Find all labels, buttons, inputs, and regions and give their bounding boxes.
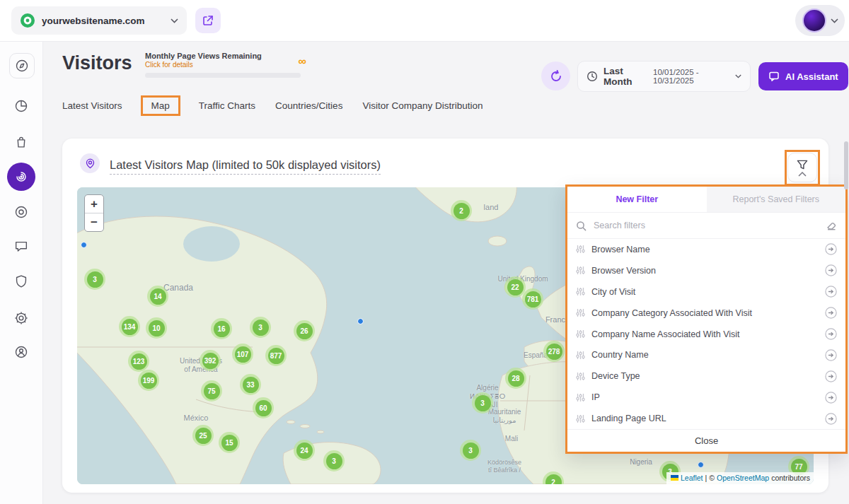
filter-item-label: Company Name Associated With Visit: [591, 329, 819, 339]
cluster-count: 278: [546, 344, 562, 360]
cluster-marker[interactable]: 14: [147, 286, 168, 307]
cluster-marker[interactable]: 3: [472, 392, 493, 414]
filter-item[interactable]: Browser Version: [567, 260, 845, 281]
filter-item[interactable]: Device Type: [567, 365, 845, 387]
arrow-right-circle-icon[interactable]: [825, 307, 837, 319]
arrow-right-circle-icon[interactable]: [825, 286, 837, 298]
cluster-marker[interactable]: 33: [240, 374, 261, 395]
arrow-right-circle-icon[interactable]: [825, 264, 837, 276]
cluster-marker[interactable]: 10: [146, 317, 167, 339]
tab-traffic-charts[interactable]: Traffic Charts: [199, 98, 255, 114]
compass-icon[interactable]: [9, 53, 35, 78]
refresh-button[interactable]: [541, 61, 570, 90]
app: yourwebsitename.com: [0, 0, 849, 504]
filter-item[interactable]: Country Name: [567, 344, 845, 365]
cluster-marker[interactable]: 16: [211, 318, 232, 339]
chat-icon[interactable]: [7, 233, 35, 261]
cluster-count: 3: [87, 271, 103, 288]
ai-assistant-button[interactable]: AI Assistant: [758, 62, 848, 90]
arrow-right-circle-icon[interactable]: [825, 243, 837, 255]
cluster-marker[interactable]: 3: [460, 440, 481, 461]
filter-item[interactable]: Browser Name: [567, 239, 845, 260]
account-menu[interactable]: [795, 5, 845, 36]
cluster-marker[interactable]: 107: [232, 344, 253, 365]
filter-tab-new[interactable]: New Filter: [567, 187, 707, 212]
arrow-right-circle-icon[interactable]: [825, 370, 837, 382]
shield-icon[interactable]: [7, 267, 35, 295]
eraser-icon[interactable]: [826, 220, 837, 231]
map-filter-button[interactable]: [787, 153, 817, 182]
person-pin-icon[interactable]: [7, 338, 35, 366]
cluster-marker[interactable]: 24: [294, 440, 315, 461]
cluster-marker[interactable]: 278: [543, 341, 565, 362]
cluster-marker[interactable]: 781: [522, 288, 543, 310]
cluster-marker[interactable]: 28: [505, 368, 526, 389]
filter-item[interactable]: City of Visit: [567, 281, 845, 303]
visitor-dot: [698, 462, 704, 468]
funnel-icon: [796, 159, 809, 170]
map-country-label: México: [184, 414, 209, 423]
cluster-marker[interactable]: 2: [451, 200, 472, 221]
filter-item[interactable]: Company Name Associated With Visit: [567, 324, 845, 345]
cluster-marker[interactable]: 3: [84, 269, 105, 290]
pie-chart-icon[interactable]: [7, 92, 35, 120]
cluster-marker[interactable]: 60: [253, 397, 274, 418]
target-icon[interactable]: [7, 198, 35, 226]
cluster-marker[interactable]: 134: [119, 316, 140, 337]
filter-panel-tabs: New Filter Report's Saved Filters: [567, 187, 845, 213]
cluster-marker[interactable]: 2: [543, 471, 564, 484]
attribution-divider: |: [705, 474, 708, 482]
page-scrollbar[interactable]: [844, 141, 848, 189]
cluster-marker[interactable]: 25: [192, 425, 214, 446]
cluster-marker[interactable]: 3: [323, 450, 345, 471]
filter-search-input[interactable]: [592, 220, 820, 231]
filter-field-icon: [576, 351, 585, 360]
cluster-marker[interactable]: 75: [201, 380, 222, 402]
topbar: yourwebsitename.com: [0, 0, 849, 42]
filter-item[interactable]: Landing Page URL: [567, 408, 845, 429]
arrow-right-circle-icon[interactable]: [825, 413, 837, 425]
cluster-marker[interactable]: 199: [138, 370, 159, 391]
pageviews-quota: Monthly Page Views Remaining Click for d…: [145, 52, 306, 78]
cluster-count: 33: [243, 377, 259, 393]
openstreetmap-link[interactable]: OpenStreetMap: [717, 474, 769, 482]
tab-latest-visitors[interactable]: Latest Visitors: [62, 98, 122, 114]
map-country-label: Nigeria: [630, 458, 652, 467]
tab-visitor-company-distribution[interactable]: Visitor Company Distribution: [362, 98, 483, 114]
filter-item-label: Landing Page URL: [591, 414, 819, 423]
date-range-picker[interactable]: Last Month 10/01/2025 - 10/31/2025: [577, 61, 751, 92]
website-selector[interactable]: yourwebsitename.com: [11, 6, 187, 35]
ai-assistant-label: AI Assistant: [785, 71, 838, 82]
chevron-up-icon: [798, 172, 807, 177]
tab-countries-cities[interactable]: Countries/Cities: [275, 98, 342, 114]
filter-item[interactable]: IP: [567, 387, 845, 408]
gear-icon[interactable]: [7, 304, 35, 332]
tab-map[interactable]: Map: [141, 95, 180, 116]
filter-item[interactable]: Company Category Associated With Visit: [567, 303, 845, 324]
pageviews-details-link[interactable]: Click for details: [145, 61, 306, 69]
cluster-count: 2: [545, 474, 562, 485]
cluster-marker[interactable]: 15: [219, 432, 240, 453]
filter-item-label: Country Name: [591, 350, 819, 360]
filter-tab-saved[interactable]: Report's Saved Filters: [707, 187, 846, 212]
open-website-button[interactable]: [195, 8, 221, 33]
cluster-marker[interactable]: 123: [128, 351, 149, 372]
clock-icon: [587, 71, 598, 82]
arrow-right-circle-icon[interactable]: [825, 328, 837, 340]
visitors-icon[interactable]: [7, 163, 35, 191]
cluster-marker[interactable]: 3: [250, 317, 271, 338]
visitor-dot: [357, 318, 364, 324]
cluster-count: 22: [507, 279, 524, 295]
shopping-bag-icon[interactable]: [7, 128, 35, 156]
filter-field-icon: [576, 372, 585, 381]
cluster-marker[interactable]: 392: [200, 350, 221, 371]
attribution-copyright: ©: [709, 474, 715, 482]
cluster-marker[interactable]: 26: [294, 320, 315, 341]
zoom-in-button[interactable]: +: [85, 195, 103, 213]
arrow-right-circle-icon[interactable]: [825, 392, 837, 404]
leaflet-link[interactable]: Leaflet: [681, 474, 703, 482]
arrow-right-circle-icon[interactable]: [825, 349, 837, 361]
cluster-marker[interactable]: 877: [265, 345, 287, 366]
filter-close-button[interactable]: Close: [567, 429, 845, 452]
zoom-out-button[interactable]: −: [85, 213, 103, 231]
